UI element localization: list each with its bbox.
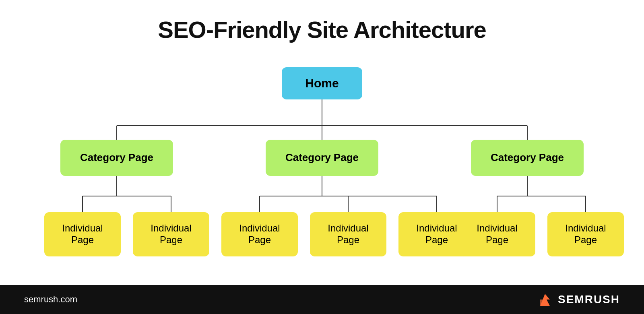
home-node: Home: [282, 67, 362, 99]
individual-page-3-2: IndividualPage: [547, 212, 624, 256]
footer: semrush.com SEMRUSH: [0, 285, 644, 314]
individual-page-1-2: IndividualPage: [133, 212, 209, 256]
semrush-logo-icon: [536, 291, 554, 308]
footer-brand: SEMRUSH: [558, 293, 620, 306]
individual-page-2-1: IndividualPage: [221, 212, 298, 256]
main-content: SEO-Friendly Site Architecture: [0, 0, 644, 285]
category-node-1: Category Page: [60, 140, 173, 176]
individual-page-3-1: IndividualPage: [459, 212, 535, 256]
page-title: SEO-Friendly Site Architecture: [158, 16, 486, 43]
individual-page-2-2: IndividualPage: [310, 212, 386, 256]
footer-logo: SEMRUSH: [536, 291, 620, 308]
site-architecture-diagram: Home Category Page Category Page Categor…: [20, 59, 624, 269]
footer-url: semrush.com: [24, 294, 77, 305]
category-node-2: Category Page: [266, 140, 378, 176]
category-node-3: Category Page: [471, 140, 584, 176]
individual-page-1-1: IndividualPage: [44, 212, 121, 256]
